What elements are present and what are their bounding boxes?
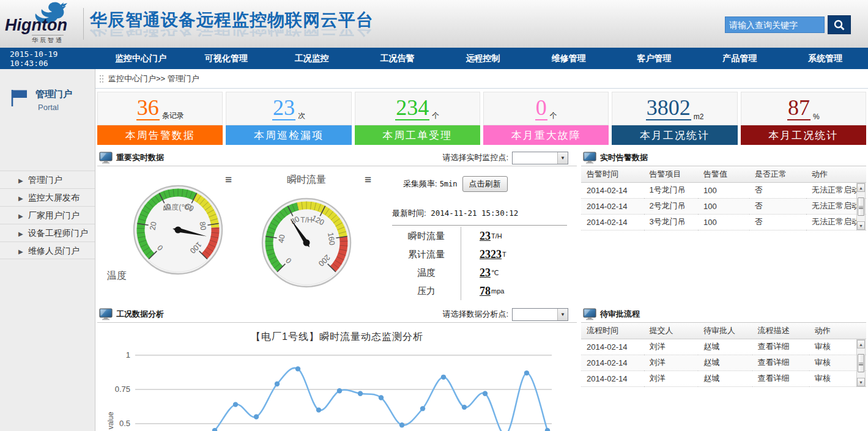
logo-subtext: 华辰智通 [32, 35, 64, 45]
col-header: 流程描述 [752, 323, 809, 339]
alarm-table: 告警时间 告警项目 告警值 是否正常 动作 2014-02-14 1号龙门吊 [581, 166, 866, 230]
sidebar: 管理门户 Portal ▶管理门户 ▶监控大屏发布 ▶厂家用户门户 ▶设备工程师… [0, 69, 95, 431]
scroll-down-icon[interactable]: ▼ [857, 221, 865, 230]
sidebar-item-label: 维修人员门户 [28, 246, 80, 256]
col-header: 告警时间 [581, 166, 644, 182]
stat-card-weekly-alarms: 36条记录 本周告警数据 [97, 92, 223, 145]
col-header: 动作 [806, 166, 866, 182]
search-button[interactable] [828, 15, 851, 34]
stat-label[interactable]: 本月工况统计 [741, 125, 866, 145]
nav-item-maintenance[interactable]: 维修管理 [525, 48, 611, 69]
search-zone [725, 15, 851, 34]
cell-submitter: 刘洋 [644, 370, 699, 386]
chevron-right-icon: ▶ [18, 195, 23, 202]
table-scrollbar[interactable]: ▲ ▼ [856, 339, 866, 387]
chevron-down-icon[interactable]: ▼ [557, 309, 568, 320]
gauge-title: 瞬时流量 [287, 174, 326, 186]
reading-value: 23 [480, 230, 491, 243]
cell-flow-desc[interactable]: 查看详细 [752, 355, 809, 370]
cell-alarm-time: 2014-02-14 [581, 214, 644, 230]
stat-value: 36 [136, 97, 160, 120]
stat-card-weekly-workorders: 234个 本周工单受理 [355, 92, 480, 145]
nav-item-condition-alarm[interactable]: 工况告警 [355, 48, 440, 69]
latest-time-label: 最新时间: [392, 208, 426, 218]
monitor-icon [583, 308, 596, 320]
stat-label[interactable]: 本月重大故障 [483, 125, 609, 145]
scrollbar-thumb[interactable] [858, 354, 864, 372]
gauge-menu-icon[interactable]: ≡ [225, 174, 232, 186]
stat-card-monthly-condition-area: 3802m2 本月工况统计 [612, 92, 737, 145]
reading-row: 温度 23℃ [392, 263, 567, 282]
nav-item-monitor-center[interactable]: 监控中心门户 [98, 48, 184, 69]
cell-alarm-value: 100 [698, 214, 749, 230]
col-header: 是否正常 [749, 166, 806, 182]
realtime-data-panel: 重要实时数据 请选择实时监控点: ▼ 温度 ≡ [97, 150, 577, 300]
stat-card-weekly-inspection: 23次 本周巡检漏项 [226, 92, 351, 145]
scrollbar-thumb[interactable] [858, 197, 864, 216]
main-navbar: 2015-10-19 10:43:06 监控中心门户 可视化管理 工况监控 工况… [0, 48, 868, 69]
nav-item-product[interactable]: 产品管理 [697, 48, 782, 69]
cell-alarm-value: 100 [698, 198, 749, 214]
header-divider [83, 8, 84, 40]
cell-flow-desc[interactable]: 查看详细 [752, 370, 809, 386]
nav-item-customer[interactable]: 客户管理 [611, 48, 697, 69]
col-header: 流程时间 [581, 323, 644, 339]
collect-rate-value: 5min [440, 180, 458, 188]
flag-icon [10, 89, 29, 107]
chevron-down-icon[interactable]: ▼ [557, 152, 568, 164]
gauge-menu-icon[interactable]: ≡ [365, 174, 371, 186]
sidebar-item-label: 监控大屏发布 [28, 193, 80, 202]
chevron-right-icon: ▶ [18, 213, 23, 219]
cell-alarm-time: 2014-02-14 [581, 182, 644, 198]
stat-value: 23 [272, 97, 295, 120]
stat-card-monthly-failures: 0个 本月重大故障 [483, 92, 609, 145]
dashboard-page: Hignton 华辰智通 华辰智通设备远程监控物联网云平台 华辰智通设备远程监控… [0, 0, 868, 431]
svg-text:40: 40 [277, 234, 287, 244]
stat-label[interactable]: 本周告警数据 [97, 125, 223, 145]
panel-title: 重要实时数据 [116, 152, 164, 163]
top-header: Hignton 华辰智通 华辰智通设备远程监控物联网云平台 华辰智通设备远程监控… [0, 0, 868, 48]
selector-label: 请选择实时监控点: [442, 152, 508, 163]
analysis-point-select[interactable]: ▼ [512, 308, 568, 321]
nav-item-remote-control[interactable]: 远程控制 [440, 48, 526, 69]
nav-item-visualization[interactable]: 可视化管理 [184, 48, 269, 69]
sidebar-item-admin-portal[interactable]: ▶管理门户 [0, 171, 95, 188]
table-row: 2014-02-14 刘洋 赵城 查看详细 审核 [581, 370, 866, 386]
col-header: 告警值 [698, 166, 749, 182]
main-content: 监控中心门户>> 管理门户 36条记录 本周告警数据 23次 本周巡检漏项 23… [95, 69, 868, 431]
nav-item-condition-monitor[interactable]: 工况监控 [269, 48, 355, 69]
table-row: 2014-02-14 2号龙门吊 100 否 无法正常启动 [581, 198, 866, 214]
sidebar-item-factory-portal[interactable]: ▶厂家用户门户 [0, 206, 95, 224]
selector-label: 请选择数据分析点: [442, 309, 508, 320]
scroll-up-icon[interactable]: ▲ [857, 340, 865, 348]
cell-alarm-time: 2014-02-14 [581, 198, 644, 214]
logo: Hignton 华辰智通 [0, 0, 81, 48]
sidebar-item-screen-publish[interactable]: ▶监控大屏发布 [0, 188, 95, 206]
readings-list: 瞬时流量 23T/H 累计流量 2323T 温度 23℃ [392, 227, 567, 300]
cell-alarm-normal: 否 [749, 214, 806, 230]
flow-line-chart: 10.750.5value [97, 346, 576, 431]
stat-label[interactable]: 本周巡检漏项 [226, 125, 351, 145]
search-input[interactable] [725, 17, 825, 33]
table-row: 2014-02-14 刘洋 赵城 查看详细 审核 [581, 339, 866, 355]
sidebar-item-repair-portal[interactable]: ▶维修人员门户 [0, 241, 95, 259]
nav-item-system[interactable]: 系统管理 [782, 48, 868, 69]
table-scrollbar[interactable]: ▲ ▼ [856, 183, 866, 230]
realtime-point-select[interactable]: ▼ [512, 152, 568, 164]
flow-gauge: 04080120160200T/H [258, 194, 355, 292]
reading-value: 23 [480, 267, 491, 279]
cell-approver: 赵城 [698, 355, 752, 370]
sidebar-item-engineer-portal[interactable]: ▶设备工程师门户 [0, 224, 95, 241]
table-row: 2014-02-14 3号龙门吊 100 否 无法正常启动 [581, 214, 866, 230]
stat-label[interactable]: 本周工单受理 [355, 125, 480, 145]
temperature-gauge-block: 温度 ≡ 020406080100温度(℃) [97, 174, 237, 300]
scroll-down-icon[interactable]: ▼ [857, 378, 865, 386]
cell-approver: 赵城 [698, 339, 752, 355]
readout-block: 采集频率: 5min 点击刷新 最新时间: 2014-11-21 15:30:1… [392, 174, 567, 300]
scroll-up-icon[interactable]: ▲ [857, 183, 865, 192]
refresh-button[interactable]: 点击刷新 [462, 176, 508, 192]
cell-flow-desc[interactable]: 查看详细 [752, 339, 809, 355]
reading-unit: mpa [491, 287, 504, 295]
reading-row: 瞬时流量 23T/H [392, 227, 567, 245]
stat-label[interactable]: 本月工况统计 [612, 125, 737, 145]
